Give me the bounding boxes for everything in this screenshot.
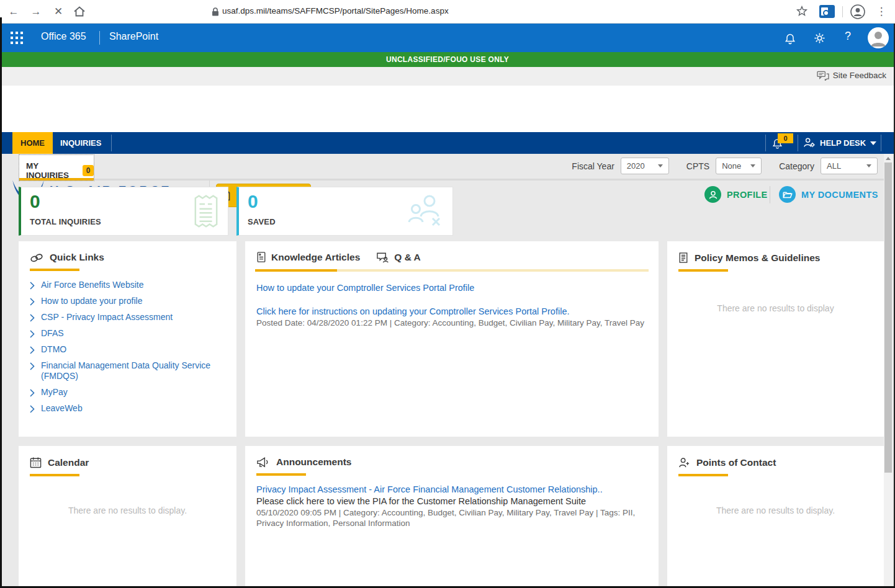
quick-link-item[interactable]: Financial Management Data Quality Servic… [30,360,225,381]
office365-brand-link[interactable]: Office 365 [41,31,86,42]
nav-tab-inquiries[interactable]: INQUIRIES [60,132,101,154]
suite-help-button[interactable]: ? [845,30,851,43]
nav-separator [765,135,766,151]
panel-title-underline [30,474,79,476]
quick-links-title: Quick Links [50,252,104,263]
link-chain-icon [30,252,43,263]
quick-link-item[interactable]: LeaveWeb [30,403,225,414]
active-tab-underline [255,269,337,272]
fiscal-year-value: 2020 [627,161,645,171]
cpts-value: None [722,161,741,171]
nav-separator [798,135,798,151]
policy-memos-panel: Policy Memos & Guidelines There are no r… [667,241,884,437]
calendar-icon [30,457,42,468]
site-feedback-link[interactable]: Site Feedback [817,70,886,81]
filter-bar: Fiscal Year 2020 CPTS None Category ALL [572,158,878,174]
notifications-bell-button[interactable] [784,32,796,45]
browser-home-button[interactable] [72,4,87,19]
fiscal-year-select[interactable]: 2020 [621,158,669,174]
active-tab-underline [19,178,94,180]
quick-link-item[interactable]: How to update your profile [30,296,225,306]
knowledge-article-body-link[interactable]: Click here for instructions on updating … [245,293,659,316]
knowledge-articles-tab-label: Knowledge Articles [271,252,360,263]
lock-icon [211,7,220,17]
application-window: ← → ✕ usaf.dps.mil/teams/SAFFMCSP/portal… [0,0,895,588]
megaphone-icon [256,457,270,468]
toolbar-divider [842,6,843,17]
tab-knowledge-articles[interactable]: Knowledge Articles [256,251,360,263]
suite-divider [99,31,100,45]
fiscal-year-label: Fiscal Year [572,161,614,171]
bell-icon [784,32,796,45]
scroll-up-arrow-icon[interactable] [886,157,891,160]
browser-toolbar: ← → ✕ usaf.dps.mil/teams/SAFFMCSP/portal… [0,0,895,24]
tab-my-inquiries[interactable]: MY INQUIRIES 0 [19,154,94,181]
calendar-title: Calendar [48,457,89,468]
calendar-empty-message: There are no results to display. [19,506,236,515]
contacts-empty-message: There are no results to display. [667,506,884,515]
feedback-chat-icon [817,70,829,81]
browser-stop-button[interactable]: ✕ [51,4,66,19]
saved-card[interactable]: 0 SAVED [236,187,453,236]
qa-chat-person-icon [376,251,389,263]
chevron-right-icon [30,387,35,398]
app-launcher-waffle-icon[interactable] [11,32,23,44]
chevron-down-icon [658,164,663,167]
gear-icon [813,32,826,45]
quick-link-item[interactable]: DTMO [30,344,225,355]
category-select[interactable]: ALL [821,158,878,174]
browser-profile-button[interactable] [850,4,865,19]
chevron-right-icon [30,360,35,381]
chevron-down-icon [870,141,876,145]
profile-circle-icon [704,186,721,203]
browser-forward-button[interactable]: → [29,4,43,19]
tab-q-and-a[interactable]: Q & A [376,251,420,263]
home-icon [72,4,87,19]
qa-tab-label: Q & A [394,252,420,263]
knowledge-article-title-link[interactable]: How to update your Comptroller Services … [245,272,659,293]
quick-links-list: Air Force Benefits Website How to update… [19,271,236,414]
receipt-icon [193,194,219,229]
account-avatar-button[interactable] [868,27,889,48]
my-documents-label: MY DOCUMENTS [801,190,878,200]
quick-link-item[interactable]: DFAS [30,328,225,339]
browser-back-button[interactable]: ← [6,4,21,19]
my-inquiries-label: MY INQUIRIES [26,161,78,180]
my-inquiries-count-badge: 0 [83,165,94,176]
bookmark-star-button[interactable] [795,4,810,19]
cpts-select[interactable]: None [716,158,762,174]
knowledge-articles-panel: Knowledge Articles Q & A How to update y… [245,241,659,437]
nav-separator [881,135,881,151]
outlook-extension-icon[interactable] [819,5,835,18]
total-inquiries-card[interactable]: 0 TOTAL INQUIRIES [19,187,228,236]
policy-memos-title: Policy Memos & Guidelines [695,252,820,264]
profile-button[interactable]: PROFILE [704,186,768,203]
help-desk-menu[interactable]: HELP DESK [803,132,876,154]
knowledge-article-meta: Posted Date: 04/28/2020 01:22 PM | Categ… [245,316,659,327]
sharepoint-link[interactable]: SharePoint [109,31,158,42]
total-inquiries-value: 0 [30,191,40,212]
browser-menu-button[interactable]: ⋮ [874,4,889,19]
window-frame-left [0,17,2,588]
nav-tab-home[interactable]: HOME [12,132,53,154]
my-documents-button[interactable]: MY DOCUMENTS [779,186,878,203]
nav-separator [111,135,112,151]
announcement-title-link[interactable]: Privacy Impact Assessment - Air Force Fi… [245,476,659,494]
header-right-divider [770,186,770,203]
points-of-contact-title: Points of Contact [696,457,776,468]
settings-gear-button[interactable] [813,32,826,45]
vertical-scrollbar[interactable] [884,154,893,588]
url-text[interactable]: usaf.dps.mil/teams/SAFFMCSP/portal/SiteP… [222,6,449,16]
profile-avatar-icon [850,4,865,19]
documents-circle-icon [779,186,796,203]
quick-link-item[interactable]: MyPay [30,387,225,398]
total-inquiries-label: TOTAL INQUIRIES [30,217,101,226]
quick-link-item[interactable]: Air Force Benefits Website [30,280,225,290]
star-icon [795,4,809,18]
help-desk-label: HELP DESK [820,138,866,148]
saved-label: SAVED [248,217,276,226]
quick-link-item[interactable]: CSP - Privacy Impact Assessment [30,312,225,323]
main-navigation: HOME INQUIRIES 0 HELP DESK [0,132,895,154]
scrollbar-thumb[interactable] [884,163,892,473]
policy-empty-message: There are no results to display [667,303,884,313]
